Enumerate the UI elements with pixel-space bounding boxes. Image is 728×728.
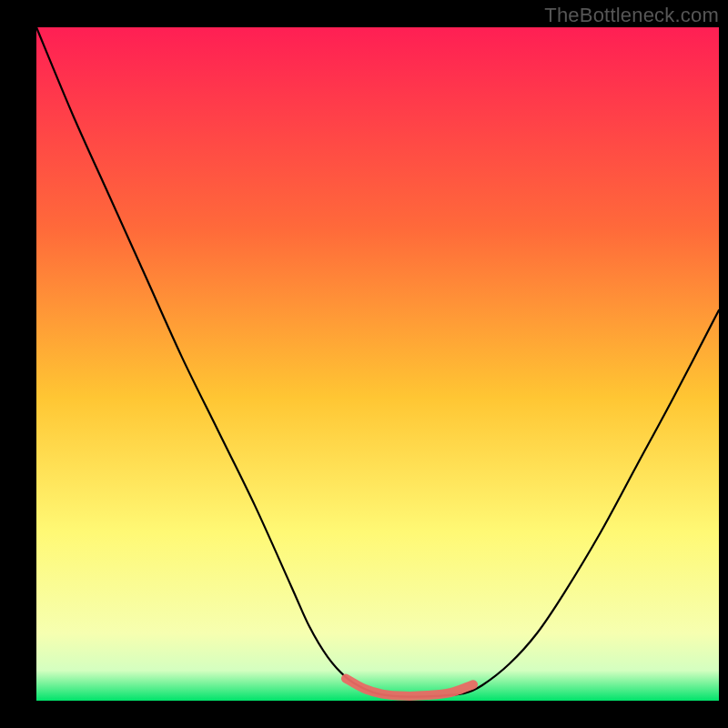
gradient-background <box>36 27 719 701</box>
watermark-label: TheBottleneck.com <box>544 4 719 27</box>
bottleneck-plot <box>0 0 728 728</box>
chart-frame: TheBottleneck.com <box>0 0 728 728</box>
